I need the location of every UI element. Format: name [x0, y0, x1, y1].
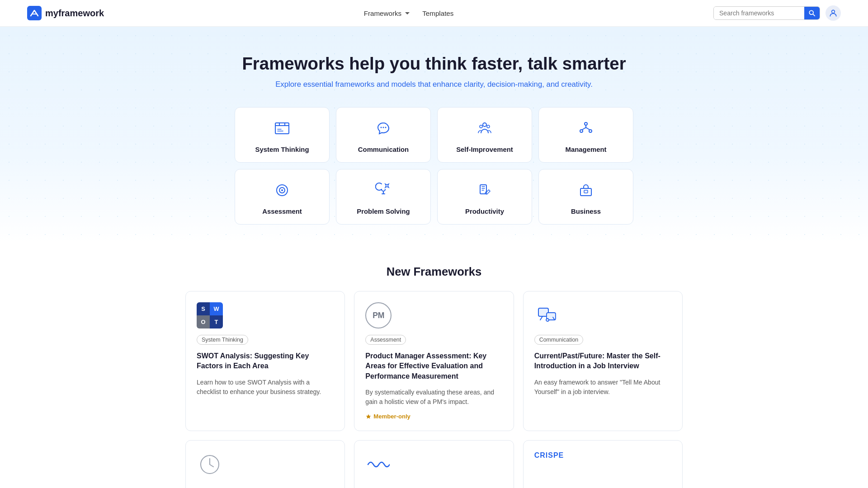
assessment-icon — [274, 182, 290, 202]
user-icon — [829, 9, 838, 18]
swot-thumbnail: S W O T — [197, 302, 223, 328]
business-icon — [578, 182, 594, 202]
framework-card-swot[interactable]: S W O T System Thinking SWOT Analysis: S… — [185, 291, 345, 431]
category-label: Problem Solving — [357, 208, 410, 215]
framework-title: Current/Past/Future: Master the Self-Int… — [534, 351, 671, 371]
category-productivity[interactable]: Productivity — [437, 169, 532, 225]
category-management[interactable]: Management — [538, 107, 633, 163]
svg-rect-18 — [580, 188, 591, 196]
svg-point-5 — [381, 127, 382, 128]
category-label: Productivity — [465, 208, 504, 215]
category-self-improvement[interactable]: Self-Improvement — [437, 107, 532, 163]
category-label: Business — [571, 208, 601, 215]
svg-point-10 — [487, 125, 490, 128]
svg-point-8 — [483, 123, 486, 127]
problem-solving-icon — [375, 182, 392, 202]
hero-subtitle: Explore essential frameworks and models … — [9, 80, 859, 89]
category-assessment[interactable]: Assessment — [235, 169, 330, 225]
framework-badge: Assessment — [365, 335, 406, 345]
framework-description: An easy framework to answer "Tell Me Abo… — [534, 378, 671, 397]
framework-badge: System Thinking — [197, 335, 248, 345]
nav-frameworks-link[interactable]: Frameworks — [364, 9, 410, 17]
search-wrapper — [713, 6, 820, 20]
svg-line-2 — [813, 14, 815, 16]
category-problem-solving[interactable]: Problem Solving — [336, 169, 431, 225]
navbar: myframework Frameworks Templates — [0, 0, 868, 27]
hero-section: Frameworks help you think faster, talk s… — [0, 27, 868, 243]
swot-o: O — [197, 315, 210, 328]
framework-description: Learn how to use SWOT Analysis with a ch… — [197, 378, 334, 397]
category-communication[interactable]: Communication — [336, 107, 431, 163]
wave-thumbnail — [365, 451, 392, 478]
framework-title: Product Manager Assessment: Key Areas fo… — [365, 351, 502, 381]
user-avatar[interactable] — [826, 5, 841, 21]
clock-thumbnail — [197, 451, 223, 478]
framework-card-partial-1[interactable] — [185, 440, 345, 488]
framework-card-partial-2[interactable] — [354, 440, 514, 488]
svg-point-6 — [383, 127, 384, 128]
svg-point-3 — [832, 10, 835, 13]
new-frameworks-title: New Frameworks — [27, 265, 841, 278]
framework-title: SWOT Analysis: Suggesting Key Factors in… — [197, 351, 334, 371]
svg-rect-4 — [275, 123, 289, 134]
svg-rect-19 — [584, 190, 588, 193]
category-label: System Thinking — [255, 146, 309, 153]
svg-point-23 — [546, 319, 549, 321]
nav-templates-link[interactable]: Templates — [422, 9, 453, 17]
pm-thumbnail: PM — [365, 302, 392, 328]
logo[interactable]: myframework — [27, 6, 104, 20]
comm-icon — [535, 303, 560, 328]
swot-w: W — [210, 302, 223, 315]
productivity-icon — [476, 182, 493, 202]
hero-title: Frameworks help you think faster, talk s… — [9, 54, 859, 74]
framework-card-pm[interactable]: PM Assessment Product Manager Assessment… — [354, 291, 514, 431]
wave-icon — [367, 458, 390, 471]
category-label: Self-Improvement — [456, 146, 513, 153]
search-button[interactable] — [804, 7, 820, 19]
svg-point-9 — [480, 125, 482, 128]
comm-thumbnail — [534, 302, 561, 328]
frameworks-grid: S W O T System Thinking SWOT Analysis: S… — [185, 291, 683, 431]
clock-icon — [198, 453, 221, 476]
crispe-text: CRISPE — [534, 451, 564, 460]
swot-s: S — [197, 302, 210, 315]
framework-card-partial-3[interactable]: CRISPE — [523, 440, 683, 488]
communication-icon — [375, 120, 392, 140]
management-icon — [578, 120, 594, 140]
new-frameworks-section: New Frameworks S W O T System Thinking S… — [0, 243, 868, 488]
system-thinking-icon — [274, 120, 290, 140]
category-grid: System Thinking Communication — [9, 107, 859, 225]
framework-badge: Communication — [534, 335, 584, 345]
category-system-thinking[interactable]: System Thinking — [235, 107, 330, 163]
frameworks-grid-partial: CRISPE — [185, 440, 683, 488]
logo-text: myframework — [45, 8, 104, 19]
frameworks-dropdown-icon — [405, 12, 410, 14]
member-only-badge: Member-only — [365, 413, 502, 420]
category-label: Management — [566, 146, 607, 153]
category-label: Communication — [358, 146, 409, 153]
swot-t: T — [210, 315, 223, 328]
self-improvement-icon — [476, 120, 493, 140]
star-icon — [365, 413, 372, 420]
framework-description: By systematically evaluating these areas… — [365, 388, 502, 407]
framework-card-comm[interactable]: Communication Current/Past/Future: Maste… — [523, 291, 683, 431]
category-label: Assessment — [262, 208, 302, 215]
svg-point-16 — [281, 189, 283, 191]
search-icon — [809, 10, 815, 16]
search-input[interactable] — [714, 7, 804, 19]
svg-rect-0 — [27, 6, 42, 20]
svg-marker-20 — [366, 414, 371, 419]
crispe-thumbnail: CRISPE — [534, 451, 561, 460]
svg-point-7 — [385, 127, 387, 128]
nav-links: Frameworks Templates — [364, 9, 454, 17]
nav-right — [713, 5, 841, 21]
category-business[interactable]: Business — [538, 169, 633, 225]
